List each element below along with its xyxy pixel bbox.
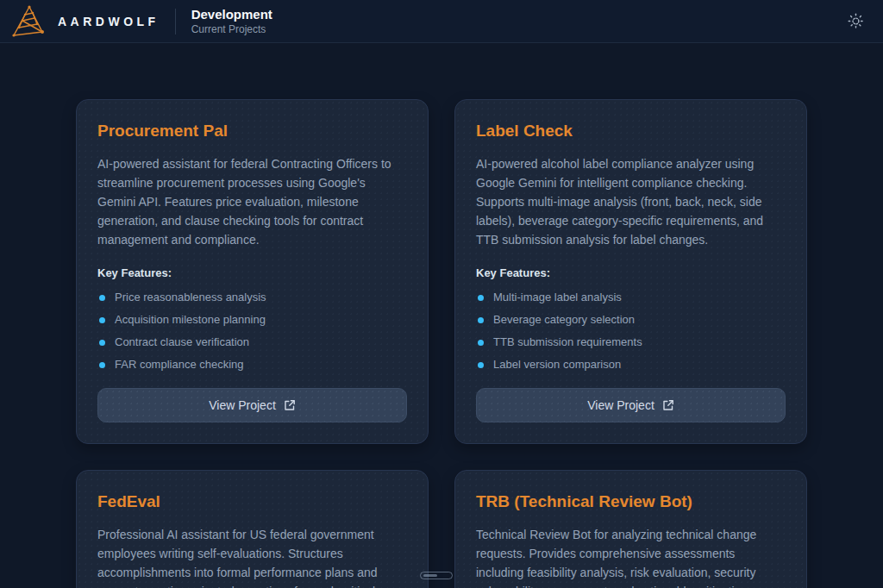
- card-description: Professional AI assistant for US federal…: [97, 525, 407, 588]
- page-subtitle: Current Projects: [191, 23, 272, 36]
- list-item: Label version comparison: [476, 358, 786, 372]
- bullet-dot-icon: [99, 317, 105, 323]
- theme-toggle-button[interactable]: [842, 8, 869, 34]
- list-item: TTB submission requirements: [476, 335, 786, 349]
- feature-text: FAR compliance checking: [115, 358, 244, 372]
- key-features-list: Price reasonableness analysis Acquisitio…: [97, 291, 407, 372]
- card-title: Procurement Pal: [97, 121, 407, 141]
- view-project-button[interactable]: View Project: [97, 388, 407, 422]
- bullet-dot-icon: [99, 295, 105, 301]
- feature-text: Price reasonableness analysis: [115, 291, 266, 304]
- external-link-icon: [284, 399, 296, 411]
- feature-text: Multi-image label analysis: [493, 291, 622, 304]
- feature-text: Beverage category selection: [493, 313, 635, 327]
- bullet-dot-icon: [99, 340, 105, 346]
- view-project-label: View Project: [587, 398, 654, 412]
- key-features-label: Key Features:: [476, 266, 786, 279]
- bullet-dot-icon: [478, 340, 484, 346]
- header-divider: [175, 9, 176, 34]
- card-title: Label Check: [476, 121, 786, 141]
- key-features-list: Multi-image label analysis Beverage cate…: [476, 291, 786, 372]
- list-item: Acquisition milestone planning: [97, 313, 407, 327]
- feature-text: TTB submission requirements: [493, 335, 642, 349]
- list-item: Multi-image label analysis: [476, 291, 786, 304]
- project-card-fedeval: FedEval Professional AI assistant for US…: [76, 470, 429, 588]
- card-description: AI-powered assistant for federal Contrac…: [97, 154, 407, 249]
- project-card-procurement-pal: Procurement Pal AI-powered assistant for…: [76, 99, 429, 444]
- projects-grid: Procurement Pal AI-powered assistant for…: [76, 99, 807, 588]
- brand-home-link[interactable]: AARDWOLF: [10, 4, 160, 39]
- list-item: Beverage category selection: [476, 313, 786, 327]
- card-description: Technical Review Bot for analyzing techn…: [476, 525, 786, 588]
- card-description: AI-powered alcohol label compliance anal…: [476, 154, 786, 249]
- bullet-dot-icon: [99, 362, 105, 368]
- horizontal-scrollbar[interactable]: [420, 572, 453, 579]
- feature-text: Label version comparison: [493, 358, 621, 372]
- list-item: Price reasonableness analysis: [97, 291, 407, 304]
- page-title-block: Development Current Projects: [191, 7, 272, 36]
- list-item: Contract clause verification: [97, 335, 407, 349]
- bullet-dot-icon: [478, 362, 484, 368]
- card-title: FedEval: [97, 491, 407, 512]
- view-project-button[interactable]: View Project: [476, 388, 786, 422]
- sun-icon: [848, 13, 864, 29]
- app-header: AARDWOLF Development Current Projects: [0, 0, 883, 43]
- view-project-label: View Project: [209, 398, 276, 412]
- bullet-dot-icon: [478, 317, 484, 323]
- external-link-icon: [662, 399, 674, 411]
- key-features-label: Key Features:: [97, 266, 407, 279]
- feature-text: Acquisition milestone planning: [115, 313, 266, 327]
- project-card-label-check: Label Check AI-powered alcohol label com…: [454, 99, 807, 444]
- aardwolf-logo-icon: [10, 4, 47, 39]
- page-title: Development: [191, 7, 272, 22]
- feature-text: Contract clause verification: [115, 335, 249, 349]
- list-item: FAR compliance checking: [97, 358, 407, 372]
- project-card-trb: TRB (Technical Review Bot) Technical Rev…: [454, 470, 807, 588]
- brand-name: AARDWOLF: [58, 15, 160, 28]
- card-title: TRB (Technical Review Bot): [476, 491, 786, 512]
- scrollbar-thumb[interactable]: [423, 574, 437, 577]
- bullet-dot-icon: [478, 295, 484, 301]
